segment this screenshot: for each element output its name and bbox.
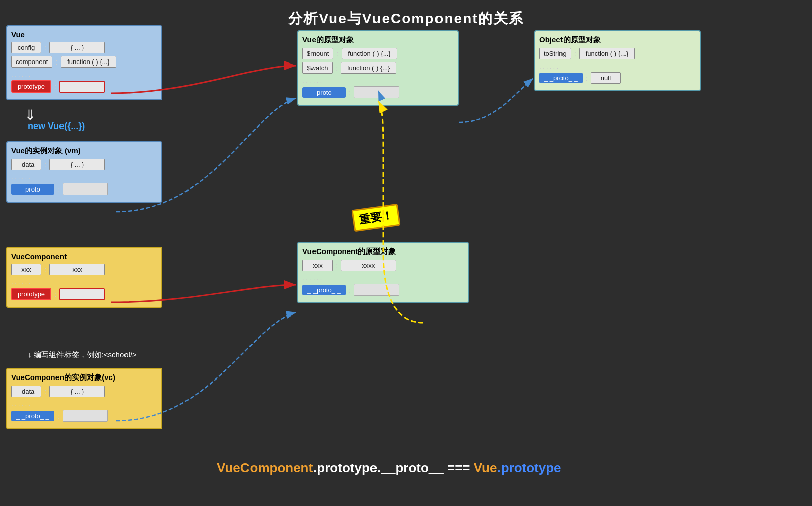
obj-proto-dots: ...... bbox=[539, 62, 696, 70]
vuecomp-proto-proto-key: _ _proto_ _ bbox=[302, 285, 346, 295]
vue-component-row: component : function ( ) {...} bbox=[11, 56, 157, 68]
formula: VueComponent.prototype.__proto__ === Vue… bbox=[217, 460, 561, 476]
vue-config-value: { ... } bbox=[49, 42, 105, 53]
vue-instance-label: Vue的实例对象 (vm) bbox=[11, 146, 157, 156]
vuecomp-inst-data-key: _data bbox=[11, 386, 41, 397]
vuecomp-xxx-row: xxx : xxx bbox=[11, 264, 157, 275]
vue-proto-box: Vue的原型对象 $mount : function ( ) {...} $wa… bbox=[297, 30, 459, 106]
obj-proto-label: Object的原型对象 bbox=[539, 35, 696, 45]
vue-proto-mount-key: $mount bbox=[302, 48, 333, 59]
new-vue-text: new Vue({...}) bbox=[28, 121, 85, 132]
vue-proto-proto-value bbox=[354, 86, 399, 98]
formula-part5: .prototype bbox=[497, 460, 561, 475]
obj-proto-proto-row: _ _proto_ _ : null bbox=[539, 72, 696, 84]
vue-instance-box: Vue的实例对象 (vm) _data : { ... } ...... _ _… bbox=[6, 141, 162, 203]
vue-config-row: config : { ... } bbox=[11, 42, 157, 53]
vuecomp-box: VueComponent xxx : xxx ...... prototype … bbox=[6, 247, 162, 308]
obj-proto-proto-key: _ _proto_ _ bbox=[539, 73, 583, 83]
write-comp-text: ↓ 编写组件标签，例如:<school/> bbox=[28, 350, 137, 360]
vuecomp-proto-proto-row: _ _proto_ _ : bbox=[302, 284, 464, 296]
formula-part4: Vue bbox=[474, 460, 497, 475]
vue-proto-watch-row: $watch : function ( ) {...} bbox=[302, 62, 454, 74]
vue-proto-mount-row: $mount : function ( ) {...} bbox=[302, 48, 454, 59]
vue-proto-watch-value: function ( ) {...} bbox=[341, 62, 396, 74]
vuecomp-inst-proto-key: _ _proto_ _ bbox=[11, 411, 54, 421]
vuecomp-proto-proto-value bbox=[354, 284, 399, 296]
vuecomp-proto-value bbox=[59, 288, 105, 300]
vuecomp-proto-label: VueComponent的原型对象 bbox=[302, 247, 464, 257]
vue-proto-proto-row: _ _proto_ _ : bbox=[302, 86, 454, 98]
obj-proto-tostring-key: toString bbox=[539, 48, 571, 59]
vue-dots: ...... bbox=[11, 70, 157, 78]
formula-part1: VueComponent bbox=[217, 460, 313, 475]
obj-proto-box: Object的原型对象 toString : function ( ) {...… bbox=[534, 30, 701, 91]
vuecomp-proto-key: prototype bbox=[11, 288, 51, 300]
formula-part3: === bbox=[444, 460, 474, 475]
vuecomp-xxx-key: xxx bbox=[11, 264, 41, 275]
vue-prototype-row: prototype : bbox=[11, 80, 157, 93]
obj-proto-tostring-value: function ( ) {...} bbox=[579, 48, 635, 59]
vue-config-key: config bbox=[11, 42, 41, 53]
vue-box: Vue config : { ... } component : functio… bbox=[6, 25, 162, 100]
vuecomp-proto-row: prototype : bbox=[11, 288, 157, 300]
vuecomp-proto-xxx-value: xxxx bbox=[341, 260, 396, 271]
vue-component-key: component bbox=[11, 56, 52, 68]
vue-prototype-key: prototype bbox=[11, 80, 51, 93]
vuecomp-proto-xxx-key: xxx bbox=[302, 260, 333, 271]
formula-part2: .prototype.__proto__ bbox=[313, 460, 444, 475]
obj-proto-tostring-row: toString : function ( ) {...} bbox=[539, 48, 696, 59]
vue-inst-proto-row: _ _proto_ _ : bbox=[11, 183, 157, 195]
page-title: 分析Vue与VueComponent的关系 bbox=[0, 0, 812, 28]
vuecomp-proto-dots: ...... bbox=[302, 274, 464, 282]
vue-proto-dots: ...... bbox=[302, 76, 454, 84]
vue-inst-data-row: _data : { ... } bbox=[11, 159, 157, 170]
vue-proto-proto-key: _ _proto_ _ bbox=[302, 87, 346, 98]
vue-component-value: function ( ) {...} bbox=[61, 56, 116, 68]
vue-inst-data-value: { ... } bbox=[49, 159, 105, 170]
vue-proto-mount-value: function ( ) {...} bbox=[342, 48, 397, 59]
vue-box-label: Vue bbox=[11, 30, 157, 39]
obj-proto-null-value: null bbox=[591, 72, 621, 84]
vuecomp-inst-dots: ...... bbox=[11, 400, 157, 408]
vuecomp-inst-proto-row: _ _proto_ _ : bbox=[11, 410, 157, 422]
vuecomp-xxx-value: xxx bbox=[49, 264, 105, 275]
vuecomp-proto-xxx-row: xxx : xxxx bbox=[302, 260, 464, 271]
vuecomp-instance-box: VueComponen的实例对象(vc) _data : { ... } ...… bbox=[6, 368, 162, 429]
vuecomp-proto-box: VueComponent的原型对象 xxx : xxxx ...... _ _p… bbox=[297, 242, 469, 303]
vuecomp-dots: ...... bbox=[11, 278, 157, 286]
vue-inst-data-key: _data bbox=[11, 159, 41, 170]
vuecomp-inst-data-row: _data : { ... } bbox=[11, 386, 157, 397]
vue-prototype-value bbox=[59, 81, 105, 93]
vue-inst-proto-value bbox=[63, 183, 108, 195]
vue-inst-dots: ...... bbox=[11, 173, 157, 181]
vuecomp-instance-label: VueComponen的实例对象(vc) bbox=[11, 373, 157, 383]
important-badge: 重要！ bbox=[351, 204, 400, 232]
vue-proto-watch-key: $watch bbox=[302, 62, 333, 74]
vuecomp-box-label: VueComponent bbox=[11, 252, 157, 261]
vue-proto-label: Vue的原型对象 bbox=[302, 35, 454, 45]
vue-inst-proto-key: _ _proto_ _ bbox=[11, 184, 54, 195]
vuecomp-inst-data-value: { ... } bbox=[49, 386, 105, 397]
vuecomp-inst-proto-value bbox=[63, 410, 108, 422]
